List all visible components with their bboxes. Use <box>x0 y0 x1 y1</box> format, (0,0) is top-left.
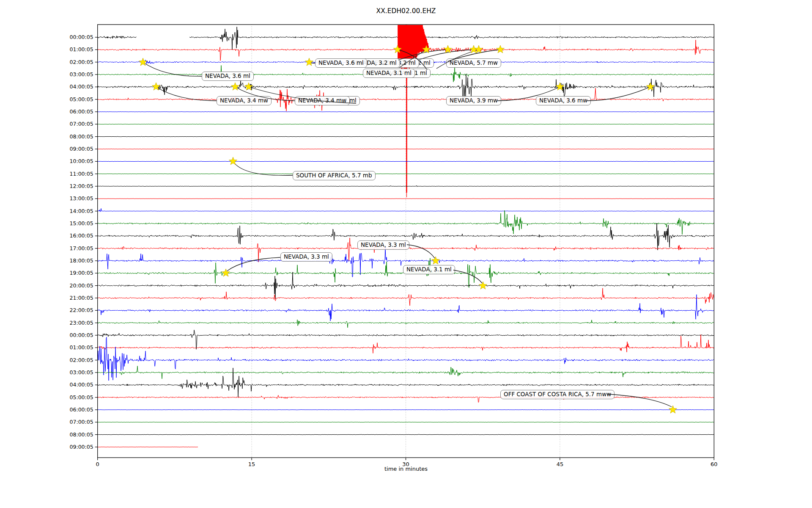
y-tick-label: 00:00:05 <box>55 332 93 338</box>
y-tick-label: 11:00:05 <box>55 171 93 177</box>
clipped-event-blob <box>398 25 428 73</box>
seismogram-trace <box>98 434 714 435</box>
y-tick-label: 20:00:05 <box>55 282 93 289</box>
y-tick-label: 06:00:05 <box>55 406 93 413</box>
seismogram-trace <box>98 335 714 353</box>
y-tick-label: 14:00:05 <box>55 208 93 214</box>
y-tick-label: 02:00:05 <box>55 357 93 363</box>
y-tick-label: 17:00:05 <box>55 245 93 251</box>
y-tick-label: 07:00:05 <box>55 121 93 127</box>
y-tick-label: 21:00:05 <box>55 295 93 301</box>
seismogram-trace <box>98 208 714 212</box>
y-tick-label: 05:00:05 <box>55 394 93 400</box>
seismogram-trace <box>98 320 714 328</box>
y-tick-label: 08:00:05 <box>55 133 93 140</box>
seismogram-trace <box>98 447 198 447</box>
y-tick-label: 09:00:05 <box>55 444 93 450</box>
y-tick-label: 23:00:05 <box>55 320 93 326</box>
seismogram-trace <box>98 272 714 299</box>
seismogram-trace <box>98 223 714 250</box>
seismogram-trace <box>98 337 714 381</box>
y-tick-label: 10:00:05 <box>55 158 93 164</box>
y-tick-label: 08:00:05 <box>55 431 93 438</box>
x-axis-title: time in minutes <box>0 466 812 472</box>
y-tick-label: 01:00:05 <box>55 344 93 351</box>
trace-canvas <box>0 0 812 508</box>
y-tick-label: 18:00:05 <box>55 257 93 264</box>
y-tick-label: 03:00:05 <box>55 369 93 375</box>
y-tick-label: 09:00:05 <box>55 146 93 152</box>
seismogram-trace <box>98 210 714 235</box>
seismogram-trace <box>98 174 714 174</box>
y-tick-label: 04:00:05 <box>55 381 93 388</box>
y-tick-label: 16:00:05 <box>55 232 93 239</box>
y-tick-label: 22:00:05 <box>55 307 93 313</box>
y-tick-label: 03:00:05 <box>55 71 93 77</box>
y-tick-label: 15:00:05 <box>55 220 93 226</box>
y-tick-label: 02:00:05 <box>55 59 93 65</box>
seismogram-trace <box>98 199 714 199</box>
seismogram-trace <box>98 410 714 410</box>
y-tick-label: 07:00:05 <box>55 419 93 425</box>
y-tick-label: 04:00:05 <box>55 83 93 90</box>
seismogram-trace <box>98 75 714 103</box>
seismogram-trace <box>98 422 714 422</box>
seismogram-trace <box>98 258 714 288</box>
seismogram-trace <box>98 124 714 124</box>
helicorder-figure: XX.EDH02.00.EHZ NEVADA, 3.2 mlNEVADA, 3.… <box>0 0 812 508</box>
seismogram-trace <box>98 112 714 112</box>
y-tick-label: 00:00:05 <box>55 34 93 40</box>
y-tick-label: 12:00:05 <box>55 183 93 189</box>
y-tick-label: 06:00:05 <box>55 108 93 115</box>
plot-title: XX.EDH02.00.EHZ <box>0 7 812 15</box>
y-tick-label: 19:00:05 <box>55 270 93 276</box>
y-tick-label: 05:00:05 <box>55 96 93 102</box>
y-tick-label: 13:00:05 <box>55 195 93 202</box>
y-tick-label: 01:00:05 <box>55 46 93 52</box>
seismogram-trace <box>98 161 714 162</box>
seismogram-trace <box>98 149 714 149</box>
